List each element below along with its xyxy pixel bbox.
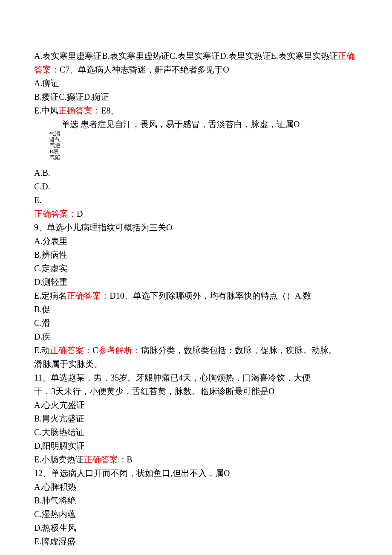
q12-opt-c: C.湿热内蕴 [34, 507, 358, 521]
q8-opt-cd: C.D. [34, 180, 358, 193]
q7-answer-label: 正确答案： [58, 106, 101, 115]
q6-opt-c: C.表里实寒证 [170, 51, 220, 61]
q9-answer-value: D [110, 291, 115, 300]
q8-stacked-terms: 气滞 肾气 气逆 R表 气陷 [49, 131, 60, 160]
q11-stem-1: 11、单选赵某，男，35岁。牙龈肿痛已4天，心胸烦热，口渴喜冷饮，大便 [34, 371, 358, 384]
q9-answer-label: 正确答案： [67, 291, 110, 300]
q11-e-ans: E.小肠卖热证正确答案：B [34, 453, 358, 466]
q12-stem: 12、单选病人口开而不闭，状如鱼口,但出不入，属O [34, 466, 358, 480]
q12-opt-e: E.脾虚湿盛 [34, 535, 358, 548]
q11-stem-2: 干，3天未行，小便黄少，舌红苔黄，脉数。临床诊断最可能是O [34, 384, 358, 398]
q9e-q10-line: E.定病名正确答案：D10、单选下列除哪项外，均有脉率快的特点（）A.数 [34, 289, 358, 302]
q11-opt-b: B.胃火亢盛证 [34, 412, 358, 425]
q7-e-ans-q8num: E.中风正确答案：E8、 [34, 104, 358, 117]
q10-explain-1: 病脉分类，数脉类包括：数脉，促脉，疾脉。动脉。 [141, 346, 337, 355]
q10-answer-value: C [92, 346, 98, 355]
q8-stack-4: 气陷 [49, 154, 60, 160]
q7-opts-bcd: B.痿证C.癫证D.痫证 [34, 90, 358, 104]
q8-stack-0: 气滞 [49, 131, 60, 137]
q9-opt-a: A.分表里 [34, 234, 358, 248]
q11-opt-c: C.大肠热结证 [34, 425, 358, 439]
q8-stem: 单选 患者症见自汗，畏风，易于感冒，舌淡苔白，脉虚，证属O [34, 117, 358, 131]
q7-answer-value: E [101, 106, 106, 115]
q7-opt-d: D.痫证 [84, 92, 109, 102]
q6-opt-d: D.表里实热证 [220, 51, 271, 61]
q8-stack-3: R表 [49, 148, 60, 154]
q7-opt-b: B.痿证 [34, 92, 59, 102]
q12-opt-d: D.热极生风 [34, 521, 358, 535]
q10-explain-2: 滑脉属于实脉类。 [34, 357, 358, 371]
q10-opt-d: D.疾 [34, 330, 358, 343]
q10-stem: 10、单选下列除哪项外，均有脉率快的特点（）A.数 [116, 291, 311, 300]
q9-opt-b: B.辨病性 [34, 248, 358, 262]
q12-opt-b: B.肺气将绝 [34, 494, 358, 507]
q10-e-ans-explain: E.动正确答案：C参考解析：病脉分类，数脉类包括：数脉，促脉，疾脉。动脉。 [34, 343, 358, 357]
q7-opt-e: E.中风 [34, 106, 58, 115]
q11-opt-d: D,阳明腑实证 [34, 439, 358, 453]
q9-opt-c: C.定虚实 [34, 262, 358, 275]
q6-options-line: A.表实寒里虚寒证B.表实寒里虚热证C.表里实寒证D.表里实热证E.表实寒里实热… [34, 49, 358, 76]
q9-opt-e: E.定病名 [34, 291, 67, 300]
q10-answer-label: 正确答案： [50, 346, 92, 355]
q11-answer-label: 正确答案： [84, 455, 127, 464]
q6-opt-e: E.表实寒里实热证 [271, 51, 338, 61]
q7-stem: 7、单选病人神志昏迷，鼾声不绝者多见于O [65, 65, 229, 74]
q6-opt-b: B.表实寒里虚热证 [102, 51, 169, 61]
q8-answer-value: D [77, 209, 83, 218]
q7-opt-a: A.痹证 [34, 76, 358, 90]
q12-opt-a: A.心脾积热 [34, 480, 358, 494]
q8-answer-label: 正确答案： [34, 209, 77, 218]
q11-opt-a: A.心火亢盛证 [34, 398, 358, 412]
q9-opt-d: D.测轻重 [34, 275, 358, 289]
q10-explain-label: 参考解析： [98, 346, 141, 355]
document-page: A.表实寒里虚寒证B.表实寒里虚热证C.表里实寒证D.表里实热证E.表实寒里实热… [0, 0, 392, 555]
q8-opt-e: E. [34, 193, 358, 207]
q10-opt-b: B.促 [34, 302, 358, 316]
q8-answer-line: 正确答案：D [34, 207, 358, 221]
q6-answer-value: C [60, 65, 65, 74]
q8-num: 8、 [106, 106, 119, 115]
q8-opt-ab: A.B. [34, 166, 358, 180]
q9-stem: 9、单选小儿病理指纹可概括为三关O [34, 221, 358, 234]
q8-stack-2: 气逆 [49, 142, 60, 148]
q6-opt-a: A.表实寒里虚寒证 [34, 51, 102, 61]
q11-opt-e: E.小肠卖热证 [34, 455, 84, 464]
q11-answer-value: B [127, 455, 132, 464]
q10-opt-c: C.滑 [34, 316, 358, 330]
q10-opt-e: E.动 [34, 346, 50, 355]
q8-stack-1: 肾气 [49, 137, 60, 143]
q7-opt-c: C.癫证 [59, 92, 84, 102]
